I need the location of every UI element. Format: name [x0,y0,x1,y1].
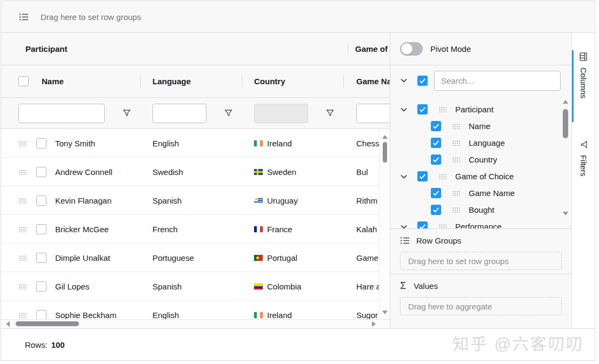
column-drag-handle-icon[interactable] [438,173,447,179]
row-checkbox[interactable] [36,138,46,149]
tab-filters-label: Filters [579,155,588,176]
column-checkbox[interactable] [431,121,441,131]
vertical-scrollbar[interactable] [379,129,390,319]
scroll-up-arrow[interactable] [382,135,388,139]
column-drag-handle-icon[interactable] [438,106,447,112]
tree-item-name[interactable]: Name [390,118,571,134]
game-name-filter-input[interactable] [356,104,390,123]
name-cell: Gil Lopes [55,282,89,291]
horizontal-scrollbar-thumb[interactable] [16,321,79,326]
row-drag-handle-icon[interactable] [18,255,26,261]
tree-item-bought[interactable]: Bought [390,201,571,218]
chevron-down-icon[interactable] [400,224,408,229]
tree-item-country[interactable]: Country [390,151,571,168]
row-drag-handle-icon[interactable] [18,226,26,232]
column-drag-handle-icon[interactable] [452,123,460,129]
tab-columns[interactable]: Columns [579,50,588,122]
sigma-icon: Σ [400,280,406,292]
column-separator[interactable] [140,76,141,87]
tree-scrollbar[interactable] [562,98,569,228]
row-drag-handle-icon[interactable] [18,198,26,204]
chevron-down-icon[interactable] [400,173,408,180]
row-checkbox[interactable] [36,196,46,206]
row-groups-drop-toolbar[interactable]: Drag here to set row groups [1,1,595,33]
app-window: Drag here to set row groups Participant … [0,0,599,364]
column-header-language[interactable]: Language [141,65,242,97]
name-filter-funnel-icon[interactable] [123,109,131,117]
scroll-down-arrow[interactable] [382,311,388,314]
table-row[interactable]: Andrew Connell Swedish Sweden Bul [1,158,390,186]
table-row[interactable]: Gil Lopes Spanish Colombia Hare a [1,272,390,301]
column-drag-handle-icon[interactable] [438,224,447,228]
tree-item-performance[interactable]: Performance [390,218,571,228]
column-search-input[interactable] [434,71,561,91]
column-drag-handle-icon[interactable] [452,190,460,196]
row-drag-handle-icon[interactable] [18,140,26,146]
filter-cell-game-name [344,98,390,129]
chevron-down-icon[interactable] [400,106,408,113]
scroll-left-arrow[interactable] [6,321,10,327]
language-filter-funnel-icon[interactable] [224,109,232,117]
language-cell: English [141,129,242,157]
scroll-right-arrow[interactable] [372,321,376,327]
column-checkbox[interactable] [417,171,428,181]
values-title: Values [414,281,438,291]
country-cell: Ireland [267,139,292,148]
row-drag-handle-icon[interactable] [18,284,26,289]
language-filter-input[interactable] [152,104,207,123]
vertical-scrollbar-thumb[interactable] [383,142,387,163]
country-filter-funnel-icon[interactable] [326,109,334,117]
column-drag-handle-icon[interactable] [452,140,460,146]
values-dropzone[interactable]: Drag here to aggregate [400,297,562,315]
scroll-down-arrow[interactable] [563,212,568,215]
horizontal-scrollbar[interactable] [1,319,390,328]
sweden-flag-icon [254,169,263,175]
expand-all-chevron-down-icon[interactable] [400,77,408,84]
row-groups-header: Row Groups [400,229,562,252]
tree-item-language[interactable]: Language [390,134,571,151]
column-checkbox[interactable] [417,104,428,114]
column-checkbox[interactable] [431,205,441,215]
row-groups-dropzone[interactable]: Drag here to set row groups [400,252,562,270]
row-checkbox[interactable] [36,253,46,263]
row-drag-handle-icon[interactable] [18,312,26,318]
row-checkbox[interactable] [36,310,46,320]
column-separator[interactable] [242,76,242,87]
column-checkbox[interactable] [431,138,441,148]
country-filter-input [254,104,308,123]
column-drag-handle-icon[interactable] [452,207,460,213]
scroll-up-arrow[interactable] [563,100,568,104]
row-drag-handle-icon[interactable] [18,169,26,175]
name-cell: Andrew Connell [55,167,112,177]
column-checkbox[interactable] [431,154,441,165]
table-row[interactable]: Kevin Flanagan Spanish Uruguay Rithm [1,186,390,215]
select-all-checkbox[interactable] [18,76,29,86]
row-checkbox[interactable] [36,224,46,234]
column-tree: Participant Name Language [390,96,571,228]
tree-item-label: Game Name [469,188,515,198]
table-row[interactable]: Tony Smith English Ireland Chess [1,129,390,158]
column-header-game-name[interactable]: Game Na [344,65,390,97]
column-drag-handle-icon[interactable] [452,157,460,163]
tree-scrollbar-thumb[interactable] [563,109,568,138]
column-separator[interactable] [343,76,344,87]
tree-item-participant[interactable]: Participant [390,101,571,118]
group-header-game-of-choice[interactable]: Game of [355,33,388,65]
row-checkbox[interactable] [36,281,46,292]
select-all-columns-checkbox[interactable] [417,76,428,86]
tree-item-game-name[interactable]: Game Name [390,185,571,201]
column-checkbox[interactable] [417,221,428,228]
column-header-country[interactable]: Country [242,65,344,97]
pivot-mode-toggle[interactable] [400,42,423,56]
column-checkbox[interactable] [431,188,441,198]
table-row[interactable]: Dimple Unalkat Portuguese Portugal Game [1,244,390,272]
column-header-name[interactable]: Name [1,65,141,97]
row-checkbox[interactable] [36,167,46,177]
tab-filters[interactable]: Filters [579,138,588,192]
ireland-flag-icon [254,312,263,318]
table-row[interactable]: Bricker McGee French France Kalah [1,215,390,244]
name-filter-input[interactable] [18,104,105,123]
table-row[interactable]: Sophie Beckham English Ireland Sugor [1,301,390,319]
group-header-participant[interactable]: Participant [25,33,68,65]
tree-item-game-of-choice[interactable]: Game of Choice [390,168,571,185]
